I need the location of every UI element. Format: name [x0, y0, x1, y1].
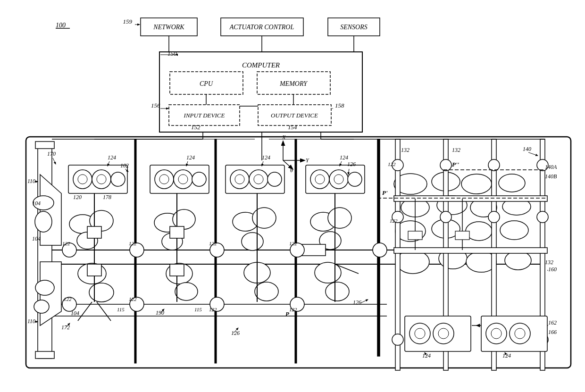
- svg-text:122: 122: [129, 296, 137, 302]
- svg-point-219: [491, 328, 501, 339]
- svg-text:124: 124: [108, 154, 116, 161]
- svg-point-90: [505, 251, 531, 270]
- svg-text:172: 172: [61, 324, 70, 331]
- svg-text:140A: 140A: [545, 164, 557, 170]
- svg-text:152: 152: [191, 124, 201, 131]
- svg-text:115: 115: [117, 307, 125, 312]
- svg-text:CPU: CPU: [200, 80, 213, 87]
- patent-diagram: NETWORK ACTUATOR CONTROL SENSORS 159 COM…: [0, 0, 585, 392]
- svg-text:P': P': [382, 189, 388, 196]
- svg-text:122: 122: [289, 307, 297, 312]
- svg-text:OUTPUT DEVICE: OUTPUT DEVICE: [271, 112, 318, 119]
- svg-rect-138: [87, 226, 101, 238]
- svg-text:126: 126: [347, 161, 356, 167]
- svg-rect-231: [408, 231, 422, 240]
- svg-rect-36: [35, 351, 54, 359]
- svg-point-162: [373, 243, 387, 257]
- svg-text:156: 156: [151, 102, 160, 109]
- svg-text:124: 124: [262, 154, 270, 161]
- svg-point-64: [175, 283, 198, 300]
- svg-point-190: [440, 211, 451, 223]
- svg-point-220: [515, 328, 525, 339]
- svg-point-215: [438, 328, 449, 339]
- svg-point-66: [252, 208, 276, 228]
- svg-text:100: 100: [56, 22, 66, 29]
- svg-point-118: [348, 172, 362, 186]
- svg-rect-185: [394, 248, 547, 253]
- svg-point-106: [192, 172, 206, 186]
- svg-point-98: [111, 172, 125, 186]
- svg-text:122: 122: [390, 218, 398, 224]
- svg-text:150: 150: [167, 50, 177, 57]
- svg-point-119: [315, 175, 325, 184]
- svg-text:102: 102: [120, 162, 129, 169]
- svg-point-53: [35, 280, 54, 295]
- svg-text:170: 170: [47, 150, 56, 157]
- svg-text:INPUT DEVICE: INPUT DEVICE: [184, 112, 225, 119]
- svg-text:115: 115: [194, 307, 202, 312]
- svg-text:140: 140: [523, 146, 531, 152]
- svg-text:126: 126: [353, 299, 361, 306]
- svg-text:COMPUTER: COMPUTER: [242, 61, 280, 69]
- svg-text:110: 110: [27, 318, 35, 325]
- svg-text:MEMORY: MEMORY: [279, 80, 308, 87]
- svg-text:SENSORS: SENSORS: [340, 24, 368, 31]
- svg-text:159: 159: [123, 18, 133, 25]
- svg-text:X: X: [282, 134, 286, 141]
- svg-rect-149: [302, 244, 326, 256]
- svg-point-71: [328, 208, 351, 228]
- svg-point-107: [159, 175, 169, 184]
- svg-text:122: 122: [289, 241, 297, 246]
- svg-point-77: [461, 174, 492, 194]
- svg-point-120: [334, 175, 343, 184]
- svg-text:110: 110: [27, 178, 35, 184]
- svg-point-193: [488, 211, 500, 223]
- svg-point-189: [440, 159, 451, 171]
- svg-point-78: [499, 174, 525, 192]
- svg-text:132: 132: [545, 259, 553, 266]
- svg-point-52: [35, 211, 52, 232]
- svg-text:124: 124: [186, 154, 195, 161]
- svg-rect-184: [394, 196, 547, 201]
- svg-text:P'': P'': [452, 161, 460, 168]
- svg-text:132: 132: [401, 147, 410, 153]
- svg-text:θ: θ: [290, 167, 293, 174]
- svg-text:122: 122: [64, 296, 72, 302]
- svg-text:120: 120: [73, 194, 82, 200]
- svg-point-100: [97, 175, 106, 184]
- svg-text:140B: 140B: [545, 173, 557, 180]
- svg-text:122: 122: [209, 241, 217, 246]
- svg-text:122: 122: [388, 161, 396, 167]
- svg-text:158: 158: [335, 102, 344, 109]
- svg-rect-144: [170, 226, 184, 238]
- svg-rect-233: [455, 231, 469, 240]
- svg-text:NETWORK: NETWORK: [153, 24, 184, 31]
- svg-point-69: [255, 282, 278, 301]
- svg-text:124: 124: [340, 154, 348, 161]
- svg-rect-146: [170, 264, 184, 276]
- svg-point-59: [89, 283, 114, 302]
- svg-point-214: [415, 328, 425, 339]
- svg-text:178: 178: [103, 194, 111, 200]
- svg-text:162: 162: [548, 319, 557, 326]
- svg-text:122: 122: [62, 241, 70, 246]
- svg-point-188: [392, 334, 403, 345]
- svg-point-196: [537, 211, 548, 223]
- svg-text:104: 104: [71, 310, 79, 317]
- svg-point-108: [178, 175, 188, 184]
- svg-point-99: [78, 175, 87, 184]
- svg-text:104: 104: [32, 200, 41, 207]
- svg-text:166: 166: [548, 329, 557, 335]
- svg-text:160: 160: [548, 266, 557, 273]
- svg-text:ACTUATOR CONTROL: ACTUATOR CONTROL: [229, 24, 294, 31]
- svg-text:122: 122: [129, 241, 137, 246]
- svg-point-192: [488, 159, 500, 171]
- svg-point-113: [235, 175, 244, 184]
- svg-point-86: [500, 221, 528, 240]
- svg-text:104: 104: [32, 235, 41, 242]
- svg-text:132: 132: [452, 147, 460, 153]
- svg-text:122: 122: [209, 307, 217, 312]
- svg-point-112: [267, 172, 282, 186]
- svg-text:154: 154: [288, 124, 297, 131]
- svg-rect-35: [35, 142, 54, 149]
